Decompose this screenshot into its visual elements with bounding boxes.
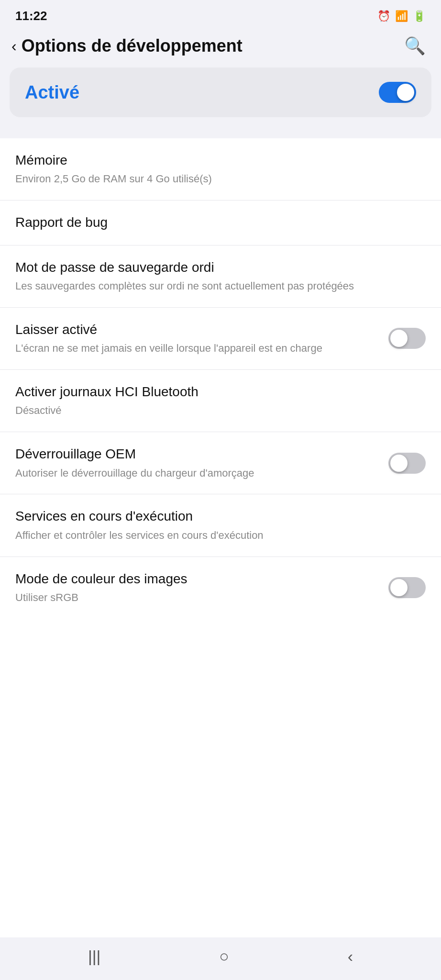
search-button[interactable]: 🔍	[404, 36, 426, 56]
status-bar: 11:22 ⏰ 📶 🔋	[0, 0, 441, 28]
settings-item-laisser-active[interactable]: Laisser activéL'écran ne se met jamais e…	[0, 308, 441, 370]
active-label: Activé	[25, 82, 79, 103]
settings-item-mode-couleur[interactable]: Mode de couleur des imagesUtiliser sRGB	[0, 557, 441, 619]
settings-item-mot-passe-sauvegarde[interactable]: Mot de passe de sauvegarde ordiLes sauve…	[0, 245, 441, 308]
settings-item-title-journaux-hci: Activer journaux HCI Bluetooth	[15, 383, 416, 401]
page-title: Options de développement	[22, 36, 243, 56]
toggle-thumb-deverrouillage-oem	[390, 455, 408, 472]
toggle-mode-couleur[interactable]	[388, 577, 426, 598]
settings-item-content-mot-passe-sauvegarde: Mot de passe de sauvegarde ordiLes sauve…	[15, 259, 426, 294]
recent-apps-button[interactable]: |||	[88, 947, 101, 966]
alarm-icon: ⏰	[377, 10, 390, 22]
settings-item-subtitle-journaux-hci: Désactivé	[15, 403, 416, 418]
settings-item-subtitle-mode-couleur: Utiliser sRGB	[15, 590, 379, 605]
active-card: Activé	[10, 67, 431, 117]
settings-item-content-services-execution: Services en cours d'exécutionAfficher et…	[15, 508, 426, 543]
settings-item-title-memoire: Mémoire	[15, 152, 416, 169]
settings-item-memoire[interactable]: MémoireEnviron 2,5 Go de RAM sur 4 Go ut…	[0, 138, 441, 200]
settings-item-content-memoire: MémoireEnviron 2,5 Go de RAM sur 4 Go ut…	[15, 152, 426, 187]
settings-item-rapport-bug[interactable]: Rapport de bug	[0, 200, 441, 245]
status-time: 11:22	[15, 9, 47, 23]
settings-item-deverrouillage-oem[interactable]: Déverrouillage OEMAutoriser le déverroui…	[0, 432, 441, 494]
header: ‹ Options de développement 🔍	[0, 28, 441, 64]
settings-item-title-rapport-bug: Rapport de bug	[15, 214, 416, 231]
settings-item-subtitle-laisser-active: L'écran ne se met jamais en veille lorsq…	[15, 341, 379, 356]
header-left: ‹ Options de développement	[11, 36, 243, 56]
wifi-icon: 📶	[395, 10, 408, 22]
settings-item-services-execution[interactable]: Services en cours d'exécutionAfficher et…	[0, 494, 441, 557]
toggle-thumb	[397, 84, 414, 101]
battery-icon: 🔋	[413, 10, 426, 22]
status-icons: ⏰ 📶 🔋	[377, 10, 426, 22]
settings-list: MémoireEnviron 2,5 Go de RAM sur 4 Go ut…	[0, 138, 441, 937]
home-button[interactable]: ○	[219, 947, 229, 966]
settings-item-title-mode-couleur: Mode de couleur des images	[15, 570, 379, 588]
nav-bar: ||| ○ ‹	[0, 937, 441, 980]
toggle-deverrouillage-oem[interactable]	[388, 453, 426, 474]
settings-item-content-rapport-bug: Rapport de bug	[15, 214, 426, 231]
settings-item-journaux-hci[interactable]: Activer journaux HCI BluetoothDésactivé	[0, 370, 441, 432]
back-button[interactable]: ‹	[11, 37, 17, 55]
back-nav-button[interactable]: ‹	[348, 947, 353, 966]
toggle-laisser-active[interactable]	[388, 328, 426, 349]
settings-item-content-journaux-hci: Activer journaux HCI BluetoothDésactivé	[15, 383, 426, 418]
section-gap	[0, 127, 441, 138]
settings-item-title-mot-passe-sauvegarde: Mot de passe de sauvegarde ordi	[15, 259, 416, 276]
settings-item-content-laisser-active: Laisser activéL'écran ne se met jamais e…	[15, 321, 388, 356]
settings-item-subtitle-mot-passe-sauvegarde: Les sauvegardes complètes sur ordi ne so…	[15, 279, 416, 294]
settings-item-subtitle-memoire: Environ 2,5 Go de RAM sur 4 Go utilisé(s…	[15, 172, 416, 187]
settings-item-subtitle-services-execution: Afficher et contrôler les services en co…	[15, 528, 416, 543]
active-toggle[interactable]	[379, 82, 416, 103]
toggle-thumb-mode-couleur	[390, 579, 408, 596]
settings-item-content-mode-couleur: Mode de couleur des imagesUtiliser sRGB	[15, 570, 388, 605]
settings-item-title-laisser-active: Laisser activé	[15, 321, 379, 338]
settings-item-title-deverrouillage-oem: Déverrouillage OEM	[15, 445, 379, 463]
settings-item-title-services-execution: Services en cours d'exécution	[15, 508, 416, 525]
settings-item-subtitle-deverrouillage-oem: Autoriser le déverrouillage du chargeur …	[15, 466, 379, 481]
settings-item-content-deverrouillage-oem: Déverrouillage OEMAutoriser le déverroui…	[15, 445, 388, 480]
